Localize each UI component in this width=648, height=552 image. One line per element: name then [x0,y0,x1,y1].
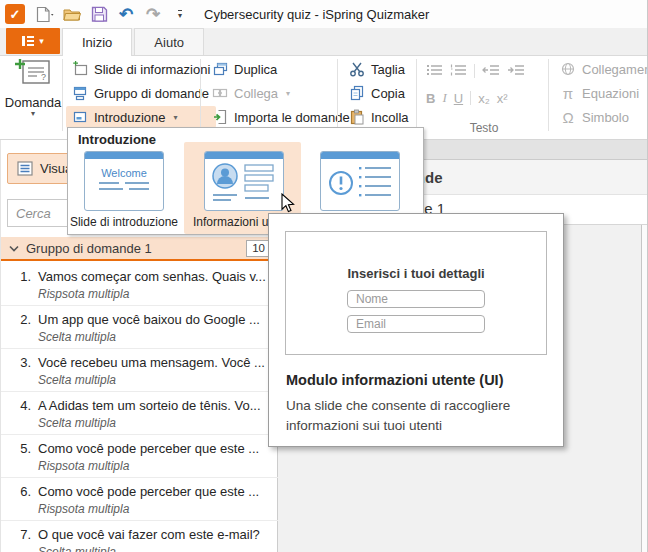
numbered-list-button[interactable] [450,63,467,80]
quick-access-toolbar: ↶ ↷ ▾ [35,3,190,25]
slide-header-bar [321,152,399,159]
redo-icon: ↷ [146,4,160,25]
text-lines-icon [85,179,163,195]
question-number: 4. [1,397,31,431]
collegamento-button[interactable]: Collegamento [554,58,648,80]
tooltip-title: Modulo informazioni utente (UI) [286,372,503,388]
outdent-icon [482,63,500,77]
icon-separator [474,64,475,78]
duplicate-icon [212,61,228,77]
omega-icon: Ω [560,109,576,126]
increase-indent-button[interactable] [507,63,525,80]
incolla-button[interactable]: Incolla [343,106,415,128]
question-list-item[interactable]: 3. Você recebeu uma mensagem. Você ...Sc… [1,349,279,392]
gallery-item-intro-slide[interactable]: Welcome [84,151,164,211]
open-button[interactable] [62,3,82,25]
tab-aiuto[interactable]: Aiuto [134,28,204,55]
question-list-item[interactable]: 4. A Adidas tem um sorteio de tênis. Vo.… [1,392,279,435]
domanda-button[interactable]: ? Domanda ▾ [4,58,62,118]
slide-header-bar [205,152,283,159]
bullet-list-button[interactable] [426,63,443,80]
question-number: 6. [1,483,31,517]
copia-button[interactable]: Copia [343,82,415,104]
undo-icon: ↶ [119,4,133,25]
introduzione-button[interactable]: Introduzione ▾ [66,106,216,128]
chevron-down-icon [9,245,19,252]
question-group-row[interactable]: Gruppo di domande 1 10 [1,237,279,261]
chevron-down-icon: ▾ [39,36,44,46]
bold-button[interactable]: B [426,91,435,106]
question-list-item[interactable]: 5. Como você pode perceber que este ...R… [1,435,279,478]
chevron-down-icon: ▾ [4,110,62,118]
equazioni-button[interactable]: π Equazioni [554,82,648,104]
superscript-button[interactable]: x² [497,91,508,106]
link-slides-icon [212,85,228,101]
scrollbar-track[interactable] [641,225,648,552]
app-window: ✓ ↶ ↷ ▾ Cybersecurity quiz - iSpring Qui… [0,0,648,552]
collegamento-label: Collegamento [582,62,648,77]
testo-group-label: Testo [422,121,546,135]
exclamation-list-icon [321,159,399,211]
main-menu-button[interactable]: ▾ [6,28,60,54]
question-text: Como você pode perceber que este ... [38,483,259,500]
question-list-item[interactable]: 1. Vamos começar com senhas. Quais v...R… [1,263,279,306]
question-text: Como você pode perceber que este ... [38,440,259,457]
list-view-icon [17,161,33,176]
user-form-icon [205,159,283,211]
save-button[interactable] [89,3,109,25]
customize-toolbar-button[interactable]: ▾ [170,3,190,25]
gallery-item-user-info[interactable] [204,151,284,211]
question-type: Scelta multipla [38,373,265,388]
duplica-button[interactable]: Duplica [206,58,356,80]
question-list-item[interactable]: 2. Um app que você baixou do Google ...S… [1,306,279,349]
underline-button[interactable]: U [454,91,463,106]
question-list-item[interactable]: 6. Como você pode perceber que este ...R… [1,478,279,521]
app-icon: ✓ [5,4,25,24]
collega-button[interactable]: Collega ▾ [206,82,356,104]
new-file-button[interactable] [35,3,55,25]
slide-informazioni-button[interactable]: Slide di informazioni [66,58,216,80]
italic-button[interactable]: I [442,90,446,106]
tooltip-description: Una slide che consente di raccogliere in… [286,396,552,435]
taglia-button[interactable]: Taglia [343,58,415,80]
question-number: 3. [1,354,31,388]
redo-button[interactable]: ↷ [143,3,163,25]
chevron-down-icon: ▾ [174,113,178,122]
gallery-label-intro: Slide di introduzione [66,215,182,229]
icon-separator [470,91,471,105]
question-type: Rispsota multipla [38,459,259,474]
chevron-down-icon: ▾ [286,89,290,98]
importa-domande-button[interactable]: Importa le domande [206,106,356,128]
decrease-indent-button[interactable] [482,63,500,80]
question-text: A Adidas tem um sorteio de tênis. Vo... [38,397,261,414]
undo-button[interactable]: ↶ [116,3,136,25]
gruppo-domande-button[interactable]: Gruppo di domande [66,82,216,104]
incolla-label: Incolla [371,110,409,125]
question-list-item[interactable]: 7. O que você vai fazer com este e-mail?… [1,521,279,552]
simbolo-label: Simbolo [582,110,629,125]
save-icon [91,6,108,23]
indent-icon [507,63,525,77]
title-bar: ✓ ↶ ↷ ▾ Cybersecurity quiz - iSpring Qui… [0,0,648,28]
app-check-glyph: ✓ [10,7,21,22]
question-text: Um app que você baixou do Google ... [38,311,260,328]
subscript-button[interactable]: x₂ [478,91,490,106]
question-type: Rispsota multipla [38,287,266,302]
question-number: 7. [1,526,31,552]
ribbon-separator [200,59,201,131]
tab-inizio[interactable]: Inizio [62,28,132,56]
simbolo-button[interactable]: Ω Simbolo [554,106,648,128]
question-type: Scelta multipla [38,545,260,552]
ribbon-separator [62,59,63,131]
new-file-icon [36,6,55,23]
preview-name-field [347,290,485,308]
copia-label: Copia [371,86,405,101]
hyperlink-globe-icon [560,61,576,77]
svg-text:?: ? [41,72,46,82]
question-number: 1. [1,268,31,302]
taglia-label: Taglia [371,62,405,77]
duplica-label: Duplica [234,62,277,77]
pi-icon: π [560,85,576,102]
gallery-item-instructions[interactable] [320,151,400,211]
bullet-list-icon [426,63,443,77]
